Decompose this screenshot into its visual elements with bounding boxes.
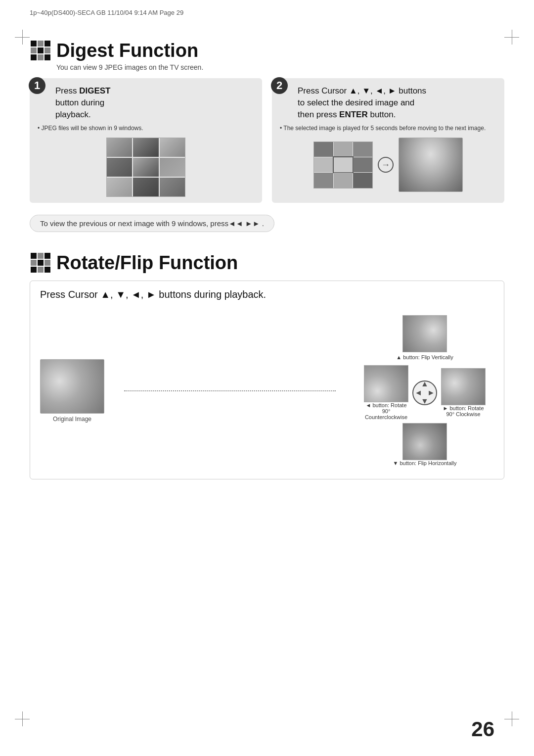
ts-cell: [314, 142, 333, 157]
mosaic-icon-2: [31, 253, 50, 273]
digest-title-row: Digest Function: [30, 40, 504, 61]
step1-number: 1: [29, 77, 45, 94]
digest-section: Digest Function You can view 9 JPEG imag…: [30, 40, 504, 247]
arrows-lr: ◄ ►: [414, 388, 435, 397]
mosaic-cell: [44, 41, 50, 47]
ts-cell-selected: [334, 157, 353, 172]
mosaic-cell: [44, 267, 50, 273]
ts-cell: [334, 173, 353, 188]
original-image: [40, 359, 104, 414]
butterfly-rotate-ccw: [364, 366, 408, 402]
mosaic-cell: [38, 260, 44, 266]
center-diagram: ▲ button: Flip Vertically ◄ button: Rota…: [356, 315, 494, 466]
arrow-left: ◄: [414, 388, 422, 397]
nav-hint: To view the previous or next image with …: [30, 215, 274, 232]
middle-row: ◄ button: Rotate 90° Counterclockwise ▲ …: [364, 365, 486, 420]
thumb-cell: [160, 158, 185, 177]
original-label: Original Image: [53, 416, 91, 423]
cat-image-content: [399, 138, 462, 191]
rotate-instruction: Press Cursor ▲, ▼, ◄, ► buttons during p…: [40, 289, 494, 300]
arrow-down: ▼: [421, 397, 429, 406]
mosaic-cell: [38, 54, 44, 60]
mosaic-cell: [44, 253, 50, 259]
rotate-section: Rotate/Flip Function Press Cursor ▲, ▼, …: [30, 252, 504, 479]
left-image: [364, 365, 408, 402]
bottom-image: [402, 423, 447, 460]
left-block: ◄ button: Rotate 90° Counterclockwise: [364, 365, 408, 420]
arrow-right: ►: [427, 388, 435, 397]
step1-note: • JPEG files will be shown in 9 windows.: [38, 124, 254, 133]
step1-thumbnail-grid: [106, 138, 185, 197]
mosaic-cell: [44, 54, 50, 60]
thumb-cell: [160, 178, 185, 196]
corner-mark-bl: [15, 711, 30, 726]
mosaic-cell: [31, 47, 37, 53]
thumb-cell: [133, 138, 158, 157]
step2-note: • The selected image is played for 5 sec…: [280, 124, 496, 133]
butterfly-rotate-cw: [442, 369, 485, 405]
mosaic-cell: [31, 253, 37, 259]
thumb-cell: [133, 158, 158, 177]
thumb-cell: [133, 178, 158, 196]
rotate-icon: [30, 252, 51, 274]
rotate-title: Rotate/Flip Function: [56, 252, 238, 274]
steps-container: 1 Press DIGEST button duringplayback. • …: [30, 78, 504, 203]
bottom-image-block: ▼ button: Flip Horizontally: [393, 423, 457, 466]
step2-number: 2: [271, 77, 288, 94]
mosaic-icon: [31, 41, 50, 60]
dotted-line: [124, 390, 336, 391]
top-image-block: ▲ button: Flip Vertically: [396, 315, 453, 363]
rotate-title-row: Rotate/Flip Function: [30, 252, 504, 274]
step2-images: →: [280, 138, 496, 192]
step1-text: Press DIGEST button duringplayback.: [55, 85, 254, 120]
ts-cell: [314, 173, 333, 188]
step2-cat-image: [399, 138, 463, 192]
mosaic-cell: [38, 267, 44, 273]
step2-text: Press Cursor ▲, ▼, ◄, ► buttons to selec…: [298, 85, 496, 120]
step2-thumb-grid: [313, 142, 373, 189]
ts-cell: [353, 157, 372, 172]
digest-title: Digest Function: [56, 40, 198, 61]
mosaic-cell: [31, 267, 37, 273]
original-image-block: Original Image: [40, 359, 104, 423]
thumb-cell: [107, 138, 132, 157]
mosaic-cell: [44, 47, 50, 53]
ts-cell: [334, 142, 353, 157]
thumb-cell: [107, 178, 132, 196]
page-number: 26: [471, 717, 494, 741]
nav-hint-text: To view the previous or next image with …: [40, 219, 264, 228]
page-header: 1p~40p(DS400)-SECA GB 11/10/04 9:14 AM P…: [30, 9, 183, 16]
butterfly-original: [41, 360, 104, 413]
step2-arrow: →: [378, 157, 394, 173]
mosaic-cell: [38, 41, 44, 47]
diagram-area: Original Image ▲ button: Flip Vertically: [40, 310, 494, 471]
left-label: ◄ button: Rotate 90° Counterclockwise: [364, 402, 408, 420]
down-label: ▼ button: Flip Horizontally: [393, 460, 457, 466]
corner-mark-br: [504, 711, 519, 726]
digest-subtitle: You can view 9 JPEG images on the TV scr…: [56, 63, 504, 71]
mosaic-cell: [38, 47, 44, 53]
step2-box: 2 Press Cursor ▲, ▼, ◄, ► buttons to sel…: [272, 78, 504, 203]
mosaic-cell: [38, 253, 44, 259]
header-text: 1p~40p(DS400)-SECA GB 11/10/04 9:14 AM P…: [30, 9, 183, 16]
thumb-cell: [107, 158, 132, 177]
corner-mark-tl: [15, 30, 30, 45]
mosaic-cell: [31, 41, 37, 47]
mosaic-cell: [44, 260, 50, 266]
thumb-cell: [160, 138, 185, 157]
step1-box: 1 Press DIGEST button duringplayback. • …: [30, 78, 262, 203]
ts-cell: [353, 142, 372, 157]
arrow-up: ▲: [421, 379, 429, 388]
mosaic-cell: [31, 54, 37, 60]
right-label: ► button: Rotate 90° Clockwise: [441, 405, 486, 417]
right-image: [441, 368, 486, 405]
ts-cell: [314, 157, 333, 172]
butterfly-flip-h: [403, 424, 446, 460]
center-arrows: ▲ ◄ ► ▼: [414, 379, 435, 406]
rotate-box: Press Cursor ▲, ▼, ◄, ► buttons during p…: [30, 281, 504, 479]
corner-mark-tr: [504, 30, 519, 45]
right-block: ► button: Rotate 90° Clockwise: [441, 368, 486, 417]
digest-icon: [30, 40, 51, 61]
butterfly-flip-v: [403, 316, 446, 352]
up-label: ▲ button: Flip Vertically: [396, 354, 453, 360]
